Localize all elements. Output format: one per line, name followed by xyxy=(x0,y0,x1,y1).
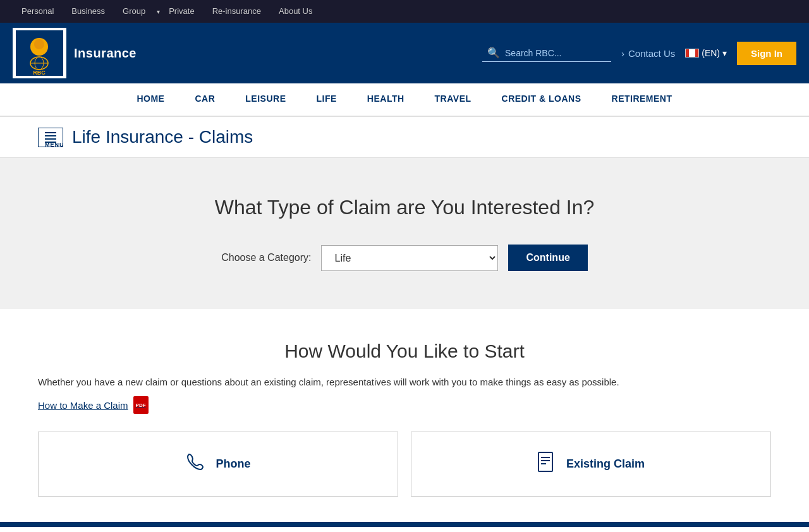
topbar-item-reinsurance[interactable]: Re-insurance xyxy=(204,0,270,23)
nav-item-life[interactable]: LIFE xyxy=(301,83,351,116)
nav-item-home[interactable]: HOME xyxy=(121,83,179,116)
page-title: Life Insurance - Claims xyxy=(72,127,253,147)
menu-button[interactable]: MENU xyxy=(38,128,63,147)
phone-card-label: Phone xyxy=(216,457,250,471)
insurance-label: Insurance xyxy=(74,46,137,61)
how-description: Whether you have a new claim or question… xyxy=(38,375,771,390)
hero-section: What Type of Claim are You Interested In… xyxy=(0,158,809,309)
hamburger-line-3 xyxy=(45,138,56,140)
category-label: Choose a Category: xyxy=(221,252,311,263)
contact-us-link[interactable]: › Contact Us xyxy=(621,48,675,59)
nav-item-car[interactable]: CAR xyxy=(179,83,230,116)
hamburger-line-2 xyxy=(45,135,56,136)
rbc-logo: RBC xyxy=(13,28,66,78)
nav-item-credit[interactable]: CREDIT & LOANS xyxy=(487,83,597,116)
option-cards: Phone Existing Claim xyxy=(38,432,771,497)
phone-card[interactable]: Phone xyxy=(38,432,398,497)
svg-point-3 xyxy=(34,39,44,49)
claim-form: Choose a Category: Life Health Travel Di… xyxy=(13,245,796,271)
topbar-item-private[interactable]: Private xyxy=(160,0,203,23)
topbar-item-business[interactable]: Business xyxy=(63,0,114,23)
rbc-logo-svg: RBC xyxy=(16,30,63,76)
contact-us-arrow: › xyxy=(621,48,624,59)
svg-text:RBC: RBC xyxy=(33,70,46,76)
search-input[interactable] xyxy=(505,48,606,58)
top-navigation-bar: Personal Business Group ▾ Private Re-ins… xyxy=(0,0,809,23)
document-icon xyxy=(537,451,556,477)
how-link-text: How to Make a Claim xyxy=(38,400,128,411)
nav-item-leisure[interactable]: LEISURE xyxy=(230,83,301,116)
search-bar[interactable]: 🔍 xyxy=(482,44,611,62)
language-label: (EN) xyxy=(702,48,720,58)
menu-label: MENU xyxy=(45,142,56,143)
header-right-section: 🔍 › Contact Us (EN) ▾ Sign In xyxy=(482,42,796,65)
how-to-make-claim-link[interactable]: How to Make a Claim PDF xyxy=(38,396,149,414)
chevron-down-icon: ▾ xyxy=(157,8,160,15)
phone-icon xyxy=(185,452,205,476)
how-section: How Would You Like to Start Whether you … xyxy=(0,309,809,522)
page-header: MENU Life Insurance - Claims xyxy=(0,117,809,158)
lang-chevron-icon: ▾ xyxy=(722,48,727,58)
topbar-item-group[interactable]: Group xyxy=(114,0,154,23)
contact-us-label: Contact Us xyxy=(628,48,675,59)
topbar-group-group[interactable]: Group ▾ xyxy=(114,0,160,23)
sign-in-button[interactable]: Sign In xyxy=(737,42,796,65)
nav-item-travel[interactable]: TRAVEL xyxy=(420,83,487,116)
search-icon: 🔍 xyxy=(487,47,500,59)
category-select[interactable]: Life Health Travel Disability xyxy=(321,245,498,271)
topbar-item-personal[interactable]: Personal xyxy=(13,0,63,23)
nav-item-health[interactable]: HEALTH xyxy=(352,83,420,116)
logo-container: RBC Insurance xyxy=(13,28,137,78)
hamburger-line-1 xyxy=(45,132,56,133)
pdf-icon: PDF xyxy=(133,396,149,414)
how-heading: How Would You Like to Start xyxy=(38,341,771,362)
svg-rect-8 xyxy=(538,452,552,471)
hero-heading: What Type of Claim are You Interested In… xyxy=(13,196,796,219)
existing-claim-label: Existing Claim xyxy=(566,457,645,471)
site-header: RBC Insurance 🔍 › Contact Us (EN) ▾ Sign… xyxy=(0,23,809,83)
topbar-item-aboutus[interactable]: About Us xyxy=(270,0,321,23)
existing-claim-card[interactable]: Existing Claim xyxy=(411,432,771,497)
continue-button[interactable]: Continue xyxy=(508,245,587,271)
main-navigation: HOME CAR LEISURE LIFE HEALTH TRAVEL CRED… xyxy=(0,83,809,117)
nav-item-retirement[interactable]: RETIREMENT xyxy=(597,83,688,116)
canada-flag-icon xyxy=(685,49,699,57)
language-selector[interactable]: (EN) ▾ xyxy=(685,48,727,58)
bottom-bar xyxy=(0,522,809,527)
